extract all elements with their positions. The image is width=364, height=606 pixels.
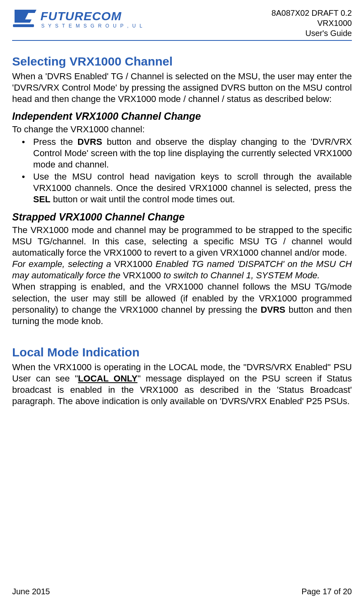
subheading-independent-change: Independent VRX1000 Channel Change — [12, 110, 352, 122]
header-meta: 8A087X02 DRAFT 0.2 VRX1000 User's Guide — [271, 8, 352, 38]
sub1-intro: To change the VRX1000 channel: — [12, 124, 352, 135]
strapped-p1: The VRX1000 mode and channel may be prog… — [12, 225, 352, 259]
section-local-mode: Local Mode Indication When the VRX1000 i… — [12, 345, 352, 407]
logo: FUTURECOM S Y S T E M S G R O U P , U L … — [12, 8, 146, 31]
intro-paragraph: When a 'DVRS Enabled' TG / Channel is se… — [12, 71, 352, 105]
local-mode-paragraph: When the VRX1000 is operating in the LOC… — [12, 362, 352, 407]
footer-page: Page 17 of 20 — [301, 587, 352, 596]
svg-rect-0 — [13, 24, 34, 27]
svg-text:FUTURECOM: FUTURECOM — [40, 9, 122, 23]
heading-local-mode: Local Mode Indication — [12, 345, 352, 359]
futurecom-logo-icon: FUTURECOM S Y S T E M S G R O U P , U L … — [12, 8, 146, 31]
list-item: Use the MSU control head navigation keys… — [33, 171, 352, 205]
bullet-list: Press the DVRS button and observe the di… — [12, 136, 352, 206]
subheading-strapped-change: Strapped VRX1000 Channel Change — [12, 211, 352, 223]
footer-date: June 2015 — [12, 587, 50, 596]
svg-text:S Y S T E M S   G R O U P ,   : S Y S T E M S G R O U P , U L C — [41, 23, 146, 29]
strapped-example: For example, selecting a VRX1000 Enabled… — [12, 259, 352, 281]
doc-title: User's Guide — [271, 28, 352, 38]
heading-selecting-channel: Selecting VRX1000 Channel — [12, 55, 352, 68]
strapped-p3: When strapping is enabled, and the VRX10… — [12, 281, 352, 327]
doc-id: 8A087X02 DRAFT 0.2 — [271, 8, 352, 18]
header-divider — [12, 40, 352, 41]
product-name: VRX1000 — [271, 18, 352, 28]
section-selecting-channel: Selecting VRX1000 Channel When a 'DVRS E… — [12, 55, 352, 327]
list-item: Press the DVRS button and observe the di… — [33, 136, 352, 170]
page-footer: June 2015 Page 17 of 20 — [12, 587, 352, 596]
page-header: FUTURECOM S Y S T E M S G R O U P , U L … — [12, 8, 352, 38]
